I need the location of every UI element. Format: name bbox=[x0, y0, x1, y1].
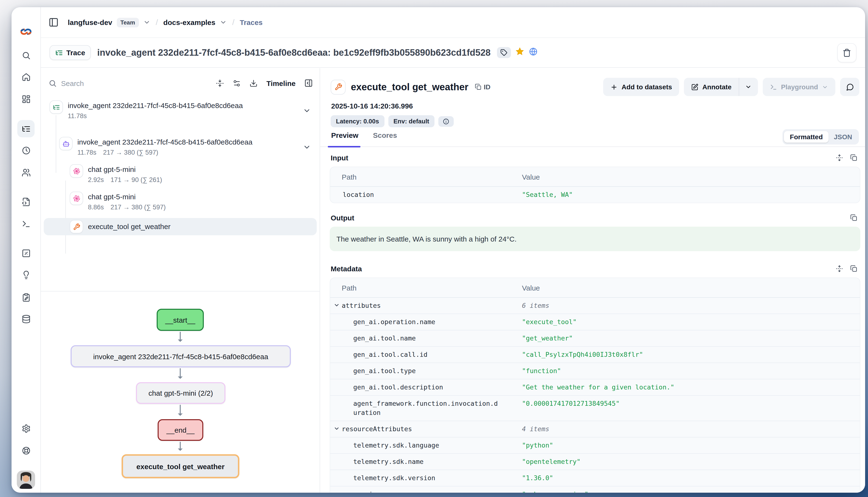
nav-support-lifebuoy-icon[interactable] bbox=[17, 442, 35, 459]
chevron-down-icon[interactable] bbox=[220, 19, 227, 26]
chevron-down-icon[interactable] bbox=[303, 143, 311, 151]
expand-section-button[interactable] bbox=[836, 265, 843, 272]
annotate-dropdown-button[interactable] bbox=[739, 78, 758, 96]
nav-home-icon[interactable] bbox=[17, 68, 35, 85]
input-col-value: Value bbox=[522, 173, 860, 181]
tree-item-title: execute_tool get_weather bbox=[88, 222, 170, 231]
table-row: gen_ai.tool.name"get_weather" bbox=[330, 330, 860, 347]
breadcrumb-org[interactable]: langfuse-dev bbox=[68, 18, 112, 26]
tree-settings-button[interactable] bbox=[233, 79, 241, 87]
detail-tabs: Preview Scores Formatted JSON bbox=[320, 131, 865, 147]
download-button[interactable] bbox=[250, 79, 258, 87]
tree-item-tokens: 217 → 380 (∑ 597) bbox=[103, 149, 158, 156]
table-group-row[interactable]: resourceAttributes4 items bbox=[330, 421, 860, 438]
tree-item-duration: 11.78s bbox=[78, 149, 96, 156]
left-nav-rail bbox=[12, 7, 41, 493]
add-to-datasets-button[interactable]: Add to datasets bbox=[603, 78, 679, 96]
table-row: gen_ai.operation.name"execute_tool" bbox=[330, 314, 860, 330]
tab-preview[interactable]: Preview bbox=[328, 131, 362, 139]
table-row: location"Seattle, WA" bbox=[330, 187, 860, 203]
nav-evaluators-percent-icon[interactable] bbox=[17, 244, 35, 262]
sidebar-toggle-button[interactable] bbox=[49, 17, 59, 27]
copy-id-button[interactable]: ID bbox=[474, 83, 491, 91]
chevron-down-icon[interactable] bbox=[303, 106, 311, 115]
table-group-row[interactable]: attributes6 items bbox=[330, 298, 860, 314]
graph-node-chat[interactable]: chat gpt-5-mini (2/2) bbox=[136, 382, 225, 404]
nav-annotation-clipboard-icon[interactable] bbox=[17, 288, 35, 306]
breadcrumb-separator: / bbox=[155, 17, 159, 27]
row-path: location bbox=[330, 190, 522, 199]
chevron-down-icon bbox=[333, 425, 340, 432]
graph-edge-arrow bbox=[180, 442, 181, 451]
observation-title: execute_tool get_weather bbox=[351, 81, 468, 93]
star-bookmark-icon[interactable] bbox=[515, 47, 524, 58]
row-path: agent_framework.function.invocation.dura… bbox=[330, 399, 522, 417]
org-type-badge: Team bbox=[116, 17, 139, 27]
metadata-table: Path Value attributes6 itemsgen_ai.opera… bbox=[330, 278, 860, 493]
collapse-panel-button[interactable] bbox=[304, 79, 313, 87]
tags-button[interactable] bbox=[497, 47, 511, 58]
info-badge[interactable] bbox=[438, 116, 454, 127]
trace-icon bbox=[50, 100, 63, 114]
comments-button[interactable] bbox=[840, 78, 859, 96]
copy-output-button[interactable] bbox=[850, 214, 857, 222]
public-globe-icon[interactable] bbox=[528, 47, 538, 58]
graph-node-end[interactable]: __end__ bbox=[157, 419, 203, 441]
breadcrumb: langfuse-dev Team / docs-examples / Trac… bbox=[41, 7, 865, 38]
nav-search-icon[interactable] bbox=[17, 46, 35, 64]
nav-datasets-database-icon[interactable] bbox=[17, 310, 35, 327]
expand-section-button[interactable] bbox=[836, 154, 843, 161]
nav-prompts-code-file-icon[interactable] bbox=[17, 193, 35, 210]
tree-item-generation[interactable]: chat gpt-5-mini8.86s217 → 380 (∑ 597) bbox=[44, 189, 317, 216]
copy-metadata-button[interactable] bbox=[850, 265, 857, 272]
search-icon bbox=[49, 79, 57, 87]
tree-item-title: invoke_agent 232de211-7fcf-45c8-b415-6af… bbox=[78, 134, 317, 147]
terminal-icon bbox=[770, 83, 777, 90]
chevron-down-icon[interactable] bbox=[143, 19, 150, 26]
tree-item-agent[interactable]: invoke_agent 232de211-7fcf-45c8-b415-6af… bbox=[44, 134, 317, 162]
breadcrumb-project[interactable]: docs-examples bbox=[163, 18, 215, 26]
graph-node-invoke-agent[interactable]: invoke_agent 232de211-7fcf-45c8-b415-6af… bbox=[71, 345, 291, 367]
user-avatar[interactable] bbox=[17, 471, 35, 489]
nav-dashboards-icon[interactable] bbox=[17, 90, 35, 108]
nav-users-icon[interactable] bbox=[17, 164, 35, 181]
format-toggle: Formatted JSON bbox=[783, 129, 859, 144]
nav-settings-gear-icon[interactable] bbox=[17, 420, 35, 437]
row-value: "Seattle, WA" bbox=[522, 190, 860, 199]
table-row: telemetry.sdk.name"opentelemetry" bbox=[330, 454, 860, 470]
tree-item-tool[interactable]: execute_tool get_weather bbox=[44, 218, 317, 235]
graph-node-execute-tool[interactable]: execute_tool get_weather bbox=[122, 454, 239, 478]
tab-scores[interactable]: Scores bbox=[373, 131, 397, 139]
row-value: "1.36.0" bbox=[522, 473, 860, 483]
table-row: service.name"unknown_service" bbox=[330, 486, 860, 493]
tree-item-trace[interactable]: invoke_agent 232de211-7fcf-45c8-b415-6af… bbox=[44, 98, 317, 125]
row-path: gen_ai.tool.name bbox=[330, 334, 522, 343]
trace-type-badge: Trace bbox=[50, 45, 91, 60]
observation-tree: invoke_agent 232de211-7fcf-45c8-b415-6af… bbox=[44, 98, 317, 235]
format-toggle-json[interactable]: JSON bbox=[829, 131, 857, 143]
env-badge: Env: default bbox=[388, 115, 435, 127]
delete-trace-button[interactable] bbox=[837, 43, 856, 62]
nav-tracing-tree-icon[interactable] bbox=[17, 120, 35, 137]
nav-playground-terminal-icon[interactable] bbox=[17, 215, 35, 232]
annotate-button[interactable]: Annotate bbox=[684, 78, 739, 96]
timeline-toggle[interactable]: Timeline bbox=[266, 79, 295, 87]
row-value: "function" bbox=[522, 366, 860, 375]
desktop: langfuse-dev Team / docs-examples / Trac… bbox=[0, 0, 868, 497]
row-value: "python" bbox=[522, 441, 860, 450]
playground-button[interactable]: Playground bbox=[763, 78, 835, 96]
trace-title-bar: Trace invoke_agent 232de211-7fcf-45c8-b4… bbox=[41, 38, 865, 68]
nav-sessions-clock-icon[interactable] bbox=[17, 142, 35, 159]
table-row: gen_ai.tool.call.id"call_PsylzxTpQh4i00I… bbox=[330, 347, 860, 363]
tree-item-generation[interactable]: chat gpt-5-mini2.92s171 → 90 (∑ 261) bbox=[44, 162, 317, 189]
tree-item-title: chat gpt-5-mini bbox=[88, 189, 317, 202]
row-items-count: 6 items bbox=[522, 301, 860, 310]
graph-node-start[interactable]: __start__ bbox=[157, 309, 204, 331]
row-path: gen_ai.operation.name bbox=[330, 317, 522, 327]
breadcrumb-section-traces[interactable]: Traces bbox=[240, 18, 263, 26]
collapse-all-button[interactable] bbox=[216, 79, 224, 87]
search-input[interactable] bbox=[61, 79, 133, 87]
copy-input-button[interactable] bbox=[850, 154, 857, 161]
format-toggle-formatted[interactable]: Formatted bbox=[784, 131, 829, 143]
nav-insights-bulb-icon[interactable] bbox=[17, 266, 35, 283]
